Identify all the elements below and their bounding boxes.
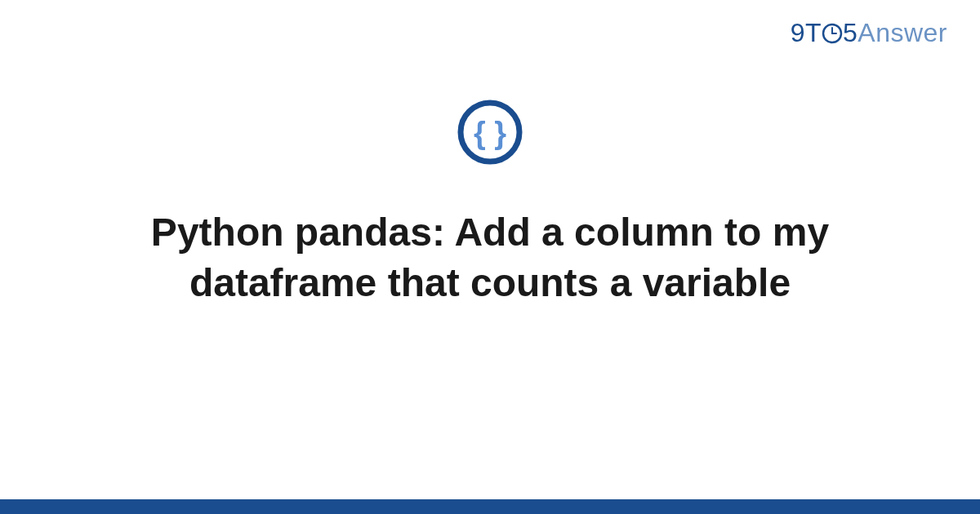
brand-t: T xyxy=(805,18,822,47)
code-braces-icon: { } xyxy=(456,98,524,166)
brand-five: 5 xyxy=(843,18,858,47)
main-content: { } Python pandas: Add a column to my da… xyxy=(0,98,980,309)
page-title: Python pandas: Add a column to my datafr… xyxy=(98,207,882,309)
brand-answer: Answer xyxy=(858,18,947,47)
svg-text:{ }: { } xyxy=(474,116,506,150)
bottom-accent-bar xyxy=(0,499,980,514)
brand-logo: 9T 5Answer xyxy=(791,18,947,48)
brand-nine: 9 xyxy=(791,18,805,47)
brand-clock-icon xyxy=(822,20,843,42)
